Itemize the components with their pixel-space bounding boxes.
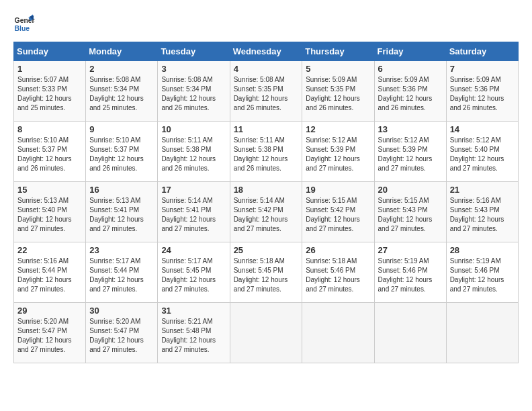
day-number: 17: [161, 185, 226, 195]
calendar-cell: 12Sunrise: 5:12 AMSunset: 5:39 PMDayligh…: [302, 122, 374, 182]
day-number: 25: [234, 245, 299, 255]
weekday-header-tuesday: Tuesday: [158, 42, 230, 61]
weekday-header-saturday: Saturday: [446, 42, 518, 61]
week-row-5: 29Sunrise: 5:20 AMSunset: 5:47 PMDayligh…: [14, 303, 519, 363]
day-info: Sunrise: 5:19 AMSunset: 5:46 PMDaylight:…: [450, 257, 515, 294]
calendar-cell: 29Sunrise: 5:20 AMSunset: 5:47 PMDayligh…: [14, 303, 86, 363]
day-number: 6: [378, 64, 443, 74]
calendar-cell: 18Sunrise: 5:14 AMSunset: 5:42 PMDayligh…: [230, 182, 302, 242]
calendar-cell: 31Sunrise: 5:21 AMSunset: 5:48 PMDayligh…: [158, 303, 230, 363]
day-info: Sunrise: 5:17 AMSunset: 5:45 PMDaylight:…: [161, 257, 226, 294]
day-number: 1: [17, 64, 82, 74]
calendar-cell: 5Sunrise: 5:09 AMSunset: 5:35 PMDaylight…: [302, 61, 374, 122]
day-number: 9: [89, 124, 154, 134]
calendar-cell: [446, 303, 518, 363]
logo: General Blue: [13, 13, 38, 35]
day-number: 18: [234, 185, 299, 195]
day-info: Sunrise: 5:16 AMSunset: 5:43 PMDaylight:…: [450, 196, 515, 234]
day-info: Sunrise: 5:09 AMSunset: 5:36 PMDaylight:…: [378, 75, 443, 113]
day-number: 12: [306, 124, 370, 134]
calendar-cell: 7Sunrise: 5:09 AMSunset: 5:36 PMDaylight…: [446, 61, 518, 122]
day-info: Sunrise: 5:07 AMSunset: 5:33 PMDaylight:…: [17, 75, 82, 113]
day-info: Sunrise: 5:11 AMSunset: 5:38 PMDaylight:…: [161, 136, 226, 173]
day-number: 13: [378, 124, 443, 134]
calendar-cell: 1Sunrise: 5:07 AMSunset: 5:33 PMDaylight…: [14, 61, 86, 122]
day-info: Sunrise: 5:19 AMSunset: 5:46 PMDaylight:…: [378, 257, 443, 294]
calendar-cell: 25Sunrise: 5:18 AMSunset: 5:45 PMDayligh…: [230, 242, 302, 303]
svg-text:Blue: Blue: [15, 25, 30, 32]
calendar-cell: [230, 303, 302, 363]
day-number: 16: [89, 185, 154, 195]
calendar-cell: 16Sunrise: 5:13 AMSunset: 5:41 PMDayligh…: [86, 182, 158, 242]
calendar-cell: 24Sunrise: 5:17 AMSunset: 5:45 PMDayligh…: [158, 242, 230, 303]
day-info: Sunrise: 5:13 AMSunset: 5:41 PMDaylight:…: [89, 196, 154, 234]
day-info: Sunrise: 5:08 AMSunset: 5:35 PMDaylight:…: [234, 75, 299, 113]
week-row-1: 1Sunrise: 5:07 AMSunset: 5:33 PMDaylight…: [14, 61, 519, 122]
calendar-cell: 3Sunrise: 5:08 AMSunset: 5:34 PMDaylight…: [158, 61, 230, 122]
calendar-cell: 22Sunrise: 5:16 AMSunset: 5:44 PMDayligh…: [14, 242, 86, 303]
calendar-cell: 15Sunrise: 5:13 AMSunset: 5:40 PMDayligh…: [14, 182, 86, 242]
day-number: 8: [17, 124, 82, 134]
day-number: 10: [161, 124, 226, 134]
day-info: Sunrise: 5:09 AMSunset: 5:35 PMDaylight:…: [306, 75, 370, 113]
day-number: 15: [17, 185, 82, 195]
logo-icon: General Blue: [13, 13, 35, 35]
weekday-header-friday: Friday: [374, 42, 446, 61]
day-number: 7: [450, 64, 515, 74]
day-info: Sunrise: 5:18 AMSunset: 5:46 PMDaylight:…: [306, 257, 370, 294]
day-info: Sunrise: 5:12 AMSunset: 5:39 PMDaylight:…: [378, 136, 443, 173]
day-info: Sunrise: 5:18 AMSunset: 5:45 PMDaylight:…: [234, 257, 299, 294]
day-info: Sunrise: 5:15 AMSunset: 5:43 PMDaylight:…: [378, 196, 443, 234]
weekday-header-thursday: Thursday: [302, 42, 374, 61]
day-info: Sunrise: 5:10 AMSunset: 5:37 PMDaylight:…: [89, 136, 154, 173]
calendar-cell: 2Sunrise: 5:08 AMSunset: 5:34 PMDaylight…: [86, 61, 158, 122]
day-number: 5: [306, 64, 370, 74]
day-info: Sunrise: 5:20 AMSunset: 5:47 PMDaylight:…: [17, 317, 82, 355]
day-number: 4: [234, 64, 299, 74]
day-number: 28: [450, 245, 515, 255]
day-number: 11: [234, 124, 299, 134]
day-number: 3: [161, 64, 226, 74]
weekday-header-wednesday: Wednesday: [230, 42, 302, 61]
day-info: Sunrise: 5:16 AMSunset: 5:44 PMDaylight:…: [17, 257, 82, 294]
weekday-header-row: SundayMondayTuesdayWednesdayThursdayFrid…: [14, 42, 519, 61]
calendar-cell: 28Sunrise: 5:19 AMSunset: 5:46 PMDayligh…: [446, 242, 518, 303]
calendar-cell: 19Sunrise: 5:15 AMSunset: 5:42 PMDayligh…: [302, 182, 374, 242]
calendar-cell: 23Sunrise: 5:17 AMSunset: 5:44 PMDayligh…: [86, 242, 158, 303]
calendar-table: SundayMondayTuesdayWednesdayThursdayFrid…: [13, 42, 519, 363]
calendar-cell: 17Sunrise: 5:14 AMSunset: 5:41 PMDayligh…: [158, 182, 230, 242]
day-info: Sunrise: 5:09 AMSunset: 5:36 PMDaylight:…: [450, 75, 515, 113]
calendar-cell: 30Sunrise: 5:20 AMSunset: 5:47 PMDayligh…: [86, 303, 158, 363]
day-number: 31: [161, 306, 226, 316]
day-number: 21: [450, 185, 515, 195]
day-info: Sunrise: 5:17 AMSunset: 5:44 PMDaylight:…: [89, 257, 154, 294]
day-info: Sunrise: 5:08 AMSunset: 5:34 PMDaylight:…: [89, 75, 154, 113]
day-info: Sunrise: 5:15 AMSunset: 5:42 PMDaylight:…: [306, 196, 370, 234]
day-info: Sunrise: 5:21 AMSunset: 5:48 PMDaylight:…: [161, 317, 226, 355]
calendar-cell: 20Sunrise: 5:15 AMSunset: 5:43 PMDayligh…: [374, 182, 446, 242]
week-row-3: 15Sunrise: 5:13 AMSunset: 5:40 PMDayligh…: [14, 182, 519, 242]
week-row-4: 22Sunrise: 5:16 AMSunset: 5:44 PMDayligh…: [14, 242, 519, 303]
page-container: General Blue SundayMondayTuesdayWednesda…: [13, 13, 519, 363]
day-info: Sunrise: 5:12 AMSunset: 5:40 PMDaylight:…: [450, 136, 515, 173]
day-number: 26: [306, 245, 370, 255]
day-info: Sunrise: 5:08 AMSunset: 5:34 PMDaylight:…: [161, 75, 226, 113]
day-number: 20: [378, 185, 443, 195]
day-number: 27: [378, 245, 443, 255]
calendar-cell: 11Sunrise: 5:11 AMSunset: 5:38 PMDayligh…: [230, 122, 302, 182]
day-number: 30: [89, 306, 154, 316]
day-number: 22: [17, 245, 82, 255]
day-number: 19: [306, 185, 370, 195]
week-row-2: 8Sunrise: 5:10 AMSunset: 5:37 PMDaylight…: [14, 122, 519, 182]
day-info: Sunrise: 5:10 AMSunset: 5:37 PMDaylight:…: [17, 136, 82, 173]
calendar-cell: 14Sunrise: 5:12 AMSunset: 5:40 PMDayligh…: [446, 122, 518, 182]
day-info: Sunrise: 5:11 AMSunset: 5:38 PMDaylight:…: [234, 136, 299, 173]
calendar-cell: 27Sunrise: 5:19 AMSunset: 5:46 PMDayligh…: [374, 242, 446, 303]
day-info: Sunrise: 5:12 AMSunset: 5:39 PMDaylight:…: [306, 136, 370, 173]
calendar-cell: 6Sunrise: 5:09 AMSunset: 5:36 PMDaylight…: [374, 61, 446, 122]
calendar-cell: 9Sunrise: 5:10 AMSunset: 5:37 PMDaylight…: [86, 122, 158, 182]
day-number: 14: [450, 124, 515, 134]
day-info: Sunrise: 5:13 AMSunset: 5:40 PMDaylight:…: [17, 196, 82, 234]
calendar-cell: 13Sunrise: 5:12 AMSunset: 5:39 PMDayligh…: [374, 122, 446, 182]
calendar-cell: 10Sunrise: 5:11 AMSunset: 5:38 PMDayligh…: [158, 122, 230, 182]
